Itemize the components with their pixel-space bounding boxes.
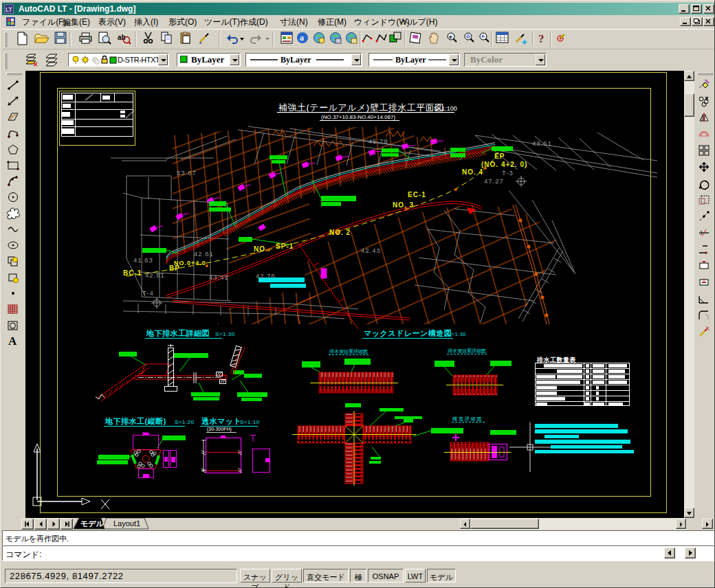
svg-text:NO. 3: NO. 3 (393, 201, 414, 209)
svg-text:43.41: 43.41 (209, 273, 229, 281)
svg-text:41.63: 41.63 (133, 256, 153, 264)
svg-text:S=1:10: S=1:10 (240, 419, 260, 425)
svg-text:S=1:20: S=1:20 (175, 419, 195, 425)
svg-text:BC-1: BC-1 (123, 269, 142, 277)
svg-text:S=1:30: S=1:30 (448, 331, 466, 337)
svg-text:±: ± (449, 34, 452, 40)
svg-text:NO.: NO. (254, 245, 268, 253)
svg-text:42.81: 42.81 (145, 271, 165, 279)
svg-text:LT: LT (6, 6, 12, 13)
svg-text:排水管設置詳細図: 排水管設置詳細図 (329, 349, 368, 354)
svg-text:NO.0+4.0: NO.0+4.0 (174, 260, 206, 267)
svg-text:53.67: 53.67 (177, 169, 197, 177)
svg-text:42.76: 42.76 (256, 272, 276, 280)
svg-text:a: a (300, 33, 304, 43)
svg-text:43.61: 43.61 (532, 139, 552, 147)
svg-text:NO. 4: NO. 4 (462, 168, 483, 176)
svg-text:EP: EP (494, 152, 505, 160)
svg-text:42.61: 42.61 (194, 250, 214, 258)
svg-text:マックスドレーン構造図: マックスドレーン構造図 (364, 329, 452, 337)
svg-text:A: A (8, 335, 17, 348)
svg-text:45.78: 45.78 (368, 137, 388, 145)
svg-text:S=1:100: S=1:100 (434, 105, 457, 112)
svg-text:(30-300FH): (30-300FH) (207, 427, 232, 432)
svg-text:SP-1: SP-1 (276, 242, 294, 250)
svg-text:ByLayer: ByLayer (395, 55, 426, 65)
svg-text:47.27: 47.27 (484, 177, 504, 185)
svg-text:Layout1: Layout1 (113, 519, 140, 528)
svg-text:排水管設置詳細図: 排水管設置詳細図 (448, 348, 486, 354)
svg-text:EC-1: EC-1 (408, 191, 426, 199)
svg-text:42.43: 42.43 (361, 247, 381, 254)
svg-text:(NO.37+10.83-NO.40+14.087): (NO.37+10.83-NO.40+14.087) (321, 114, 395, 120)
svg-text:S=1:30: S=1:30 (215, 331, 235, 337)
svg-text:ByLayer: ByLayer (280, 55, 311, 65)
svg-text:NO. 2: NO. 2 (329, 229, 351, 236)
svg-text:補強土(テールアルメ)壁工排水工平面図: 補強土(テールアルメ)壁工排水工平面図 (278, 102, 444, 113)
svg-text:(NO. 4+2. 0): (NO. 4+2. 0) (481, 161, 527, 168)
svg-text:T-3: T-3 (502, 169, 514, 177)
svg-text:地下排水工詳細図: 地下排水工詳細図 (146, 329, 210, 337)
svg-text:排水工数量表: 排水工数量表 (536, 357, 576, 363)
svg-text:構 造 詳 細 図: 構 造 詳 細 図 (452, 416, 482, 422)
svg-text:T-4: T-4 (142, 289, 154, 297)
svg-text:モデル: モデル (80, 519, 104, 528)
svg-text:地下排水工(縦断): 地下排水工(縦断) (104, 417, 166, 425)
svg-text:透水マット: 透水マット (201, 417, 241, 425)
svg-text:?: ? (538, 32, 544, 45)
